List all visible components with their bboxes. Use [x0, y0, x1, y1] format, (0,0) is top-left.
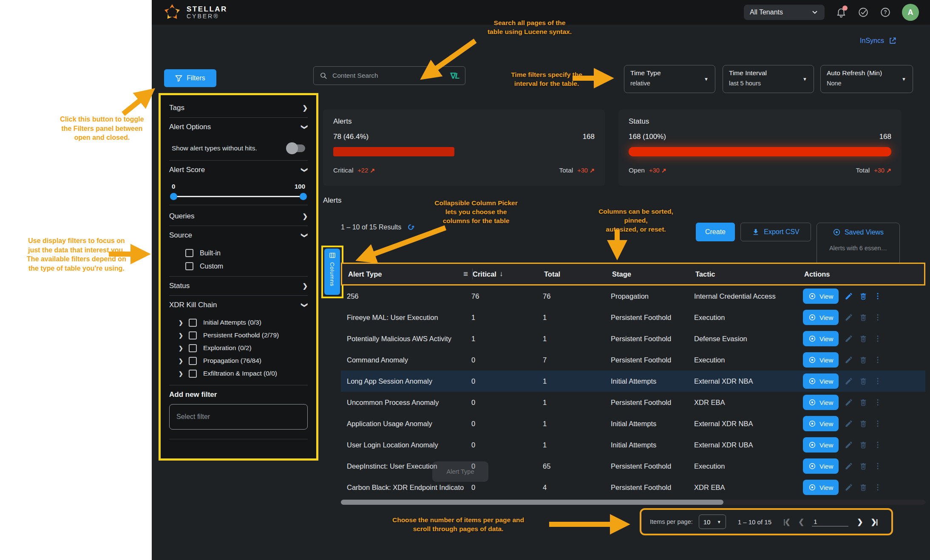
filter-section-source[interactable]: Source ❯ — [169, 226, 308, 245]
more-actions-kebab-icon[interactable] — [873, 483, 882, 492]
help-icon[interactable]: ? — [880, 7, 891, 18]
columns-picker-button[interactable]: Columns — [324, 249, 340, 295]
table-row[interactable]: DeepInstinct: User Execution 0 65 Persis… — [341, 455, 925, 477]
edit-pencil-icon[interactable] — [845, 292, 853, 300]
edit-pencil-icon[interactable] — [845, 398, 853, 407]
kill-chain-checkbox[interactable] — [189, 370, 197, 378]
expand-chevron-icon[interactable]: ❯ — [179, 320, 183, 326]
built-in-checkbox[interactable] — [185, 249, 193, 257]
content-search-input[interactable] — [332, 71, 446, 80]
column-menu-icon[interactable]: ≡ — [463, 269, 468, 279]
more-actions-kebab-icon[interactable] — [873, 292, 882, 300]
page-number-input[interactable] — [812, 517, 848, 526]
kill-chain-checkbox[interactable] — [189, 319, 197, 327]
notifications-bell-icon[interactable] — [836, 7, 847, 18]
filter-section-queries[interactable]: Queries ❯ — [169, 207, 308, 226]
more-actions-kebab-icon[interactable] — [873, 356, 882, 364]
expand-chevron-icon[interactable]: ❯ — [179, 345, 183, 351]
auto-refresh-dropdown[interactable]: Auto Refresh (Min) None ▼ — [820, 65, 913, 93]
kill-chain-checkbox[interactable] — [189, 331, 197, 339]
more-actions-kebab-icon[interactable] — [873, 377, 882, 385]
expand-chevron-icon[interactable]: ❯ — [179, 371, 183, 377]
delete-trash-icon[interactable] — [859, 292, 868, 300]
time-interval-dropdown[interactable]: Time Interval last 5 hours ▼ — [723, 65, 814, 93]
column-header-alert-type[interactable]: Alert Type ≡ — [342, 269, 473, 280]
view-button[interactable]: View — [803, 416, 839, 431]
next-page-icon[interactable]: ❯ — [857, 518, 862, 526]
edit-pencil-icon[interactable] — [845, 441, 853, 449]
custom-checkbox[interactable] — [185, 262, 193, 270]
column-header-stage[interactable]: Stage — [612, 270, 695, 278]
export-csv-button[interactable]: Export CSV — [740, 223, 811, 241]
filters-toggle-button[interactable]: Filters — [164, 69, 216, 87]
column-header-tactic[interactable]: Tactic — [695, 270, 804, 278]
prev-page-icon[interactable]: ❮ — [798, 518, 803, 526]
items-per-page-select[interactable]: 10 ▼ — [699, 515, 726, 529]
column-header-critical[interactable]: Critical ↓ — [473, 270, 544, 278]
view-button[interactable]: View — [803, 395, 839, 410]
delete-trash-icon[interactable] — [859, 462, 868, 470]
view-button[interactable]: View — [803, 480, 839, 495]
more-actions-kebab-icon[interactable] — [873, 313, 882, 322]
view-button[interactable]: View — [803, 352, 839, 368]
delete-trash-icon[interactable] — [859, 334, 868, 343]
slider-handle-min[interactable] — [170, 193, 177, 200]
insyncs-link[interactable]: InSyncs — [860, 37, 897, 45]
table-row[interactable]: Application Usage Anomaly 0 1 Initial At… — [341, 413, 925, 434]
table-row[interactable]: Uncommon Process Anomaly 0 1 Persistent … — [341, 392, 925, 413]
time-type-dropdown[interactable]: Time Type relative ▼ — [624, 65, 715, 93]
table-row[interactable]: Command Anomaly 0 7 Persistent Foothold … — [341, 349, 925, 371]
select-filter-input[interactable] — [169, 404, 308, 430]
user-avatar[interactable]: A — [902, 4, 919, 21]
table-row[interactable]: 256 76 76 Propagation Internal Credentia… — [341, 286, 925, 307]
edit-pencil-icon[interactable] — [845, 377, 853, 385]
delete-trash-icon[interactable] — [859, 313, 868, 322]
table-row[interactable]: Fireeye MAL: User Execution 1 1 Persiste… — [341, 307, 925, 328]
kill-chain-checkbox[interactable] — [189, 344, 197, 352]
edit-pencil-icon[interactable] — [845, 334, 853, 343]
delete-trash-icon[interactable] — [859, 419, 868, 428]
delete-trash-icon[interactable] — [859, 483, 868, 492]
table-row[interactable]: Carbon Black: XDR Endpoint Indicato 0 4 … — [341, 477, 925, 498]
edit-pencil-icon[interactable] — [845, 483, 853, 492]
view-button[interactable]: View — [803, 373, 839, 389]
first-page-icon[interactable]: |❮ — [783, 518, 790, 526]
horizontal-scrollbar[interactable] — [341, 500, 925, 505]
column-header-total[interactable]: Total — [544, 270, 612, 278]
more-actions-kebab-icon[interactable] — [873, 398, 882, 407]
expand-chevron-icon[interactable]: ❯ — [179, 332, 183, 339]
tasks-check-icon[interactable] — [858, 7, 869, 18]
view-button[interactable]: View — [803, 288, 839, 304]
saved-views-button[interactable]: Saved Views Alerts with 6 essen… — [817, 223, 900, 265]
delete-trash-icon[interactable] — [859, 377, 868, 385]
lucene-syntax-icon[interactable]: ∇L — [451, 71, 459, 81]
filter-section-alert-score[interactable]: Alert Score ❯ — [169, 161, 308, 179]
view-button[interactable]: View — [803, 331, 839, 346]
filter-section-tags[interactable]: Tags ❯ — [169, 99, 308, 117]
refresh-icon[interactable] — [406, 223, 415, 232]
show-alert-types-toggle[interactable] — [287, 144, 305, 152]
filter-section-kill-chain[interactable]: XDR Kill Chain ❯ — [169, 296, 308, 314]
slider-track[interactable] — [172, 196, 305, 197]
table-row[interactable]: Potentially Malicious AWS Activity 1 1 P… — [341, 328, 925, 349]
slider-handle-max[interactable] — [300, 193, 307, 200]
table-row[interactable]: User Login Location Anomaly 0 1 Initial … — [341, 434, 925, 455]
delete-trash-icon[interactable] — [859, 356, 868, 364]
more-actions-kebab-icon[interactable] — [873, 462, 882, 470]
view-button[interactable]: View — [803, 458, 839, 474]
edit-pencil-icon[interactable] — [845, 419, 853, 428]
delete-trash-icon[interactable] — [859, 441, 868, 449]
delete-trash-icon[interactable] — [859, 398, 868, 407]
last-page-icon[interactable]: ❯| — [871, 518, 877, 526]
more-actions-kebab-icon[interactable] — [873, 441, 882, 449]
edit-pencil-icon[interactable] — [845, 356, 853, 364]
create-button[interactable]: Create — [696, 223, 735, 241]
more-actions-kebab-icon[interactable] — [873, 419, 882, 428]
scrollbar-thumb[interactable] — [341, 500, 723, 505]
filter-section-alert-options[interactable]: Alert Options ❯ — [169, 118, 308, 136]
tenant-selector[interactable]: All Tenants — [744, 5, 825, 20]
more-actions-kebab-icon[interactable] — [873, 334, 882, 343]
view-button[interactable]: View — [803, 437, 839, 453]
view-button[interactable]: View — [803, 310, 839, 325]
expand-chevron-icon[interactable]: ❯ — [179, 358, 183, 364]
